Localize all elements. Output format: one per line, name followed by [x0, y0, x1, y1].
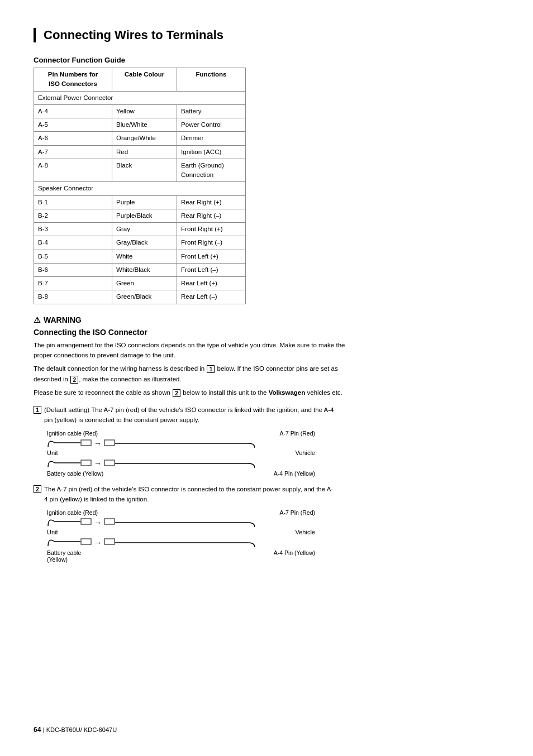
col-header-colour: Cable Colour: [112, 68, 177, 92]
cell-pin: A-5: [34, 118, 112, 132]
warning-para-0: The pin arrangement for the ISO connecto…: [34, 340, 346, 361]
cell-pin: B-5: [34, 250, 112, 263]
bottom-wire-2: →: [47, 537, 315, 548]
bottom-wire-1-right-conn: [103, 459, 115, 468]
table-row: A-7RedIgnition (ACC): [34, 145, 246, 159]
cell-function: Earth (Ground)Connection: [177, 159, 246, 182]
bottom-wire-2-rconn-svg: [103, 538, 115, 546]
bot-label-right-1: A-4 Pin (Yellow): [274, 470, 315, 477]
warning-para-1: The default connection for the wiring ha…: [34, 363, 346, 384]
cell-function: Rear Left (–): [177, 290, 246, 304]
wire-diagram-2: Ignition cable (Red)A-7 Pin (Red) → Unit…: [47, 509, 499, 563]
top-wire-2: →: [47, 517, 315, 528]
top-wire-1-right-conn: [103, 439, 115, 448]
cell-colour: Red: [112, 145, 177, 159]
bottom-wire-2-right-svg: [115, 537, 255, 548]
table-row: B-3GrayFront Right (+): [34, 223, 246, 236]
cell-pin: B-8: [34, 290, 112, 304]
table-row: B-1PurpleRear Right (+): [34, 195, 246, 209]
connector-guide-title: Connector Function Guide: [34, 56, 499, 64]
bot-labels-2: Battery cable(Yellow)A-4 Pin (Yellow): [47, 549, 315, 563]
page-number: 64: [34, 726, 41, 734]
top-wire-2-right-conn: [103, 518, 115, 527]
connector-table: Pin Numbers forISO Connectors Cable Colo…: [34, 68, 246, 304]
bottom-wire-1-left-conn: [80, 459, 93, 468]
wire-diagram-1: Ignition cable (Red)A-7 Pin (Red) → Unit…: [47, 430, 499, 477]
cell-function: Front Right (+): [177, 223, 246, 236]
cell-function: Dimmer: [177, 132, 246, 145]
group-label-speaker: Speaker Connector: [34, 182, 246, 195]
bot-labels-1: Battery cable (Yellow)A-4 Pin (Yellow): [47, 470, 315, 477]
top-wire-2-left-line: [47, 516, 80, 529]
cell-colour: White: [112, 250, 177, 263]
cell-colour: Orange/White: [112, 132, 177, 145]
top-wire-1-rconn-svg: [103, 439, 115, 447]
cell-function: Rear Left (+): [177, 277, 246, 290]
table-row: A-8BlackEarth (Ground)Connection: [34, 159, 246, 182]
svg-rect-1: [104, 440, 115, 446]
top-wire-1-left-conn: [80, 439, 93, 448]
diagrams-container: 1(Default setting) The A-7 pin (red) of …: [34, 405, 499, 562]
vehicle-label-2: Vehicle: [296, 529, 315, 535]
warning-section: ⚠ WARNING Connecting the ISO Connector T…: [34, 315, 499, 398]
bottom-wire-2-right-line: [115, 537, 315, 548]
svg-rect-3: [104, 460, 115, 466]
col-header-pin: Pin Numbers forISO Connectors: [34, 68, 112, 92]
diagram-num-1: 1: [34, 406, 41, 414]
cell-colour: Blue/White: [112, 118, 177, 132]
uv-row-2: UnitVehicle: [47, 529, 315, 535]
cell-pin: B-7: [34, 277, 112, 290]
svg-rect-4: [81, 519, 91, 524]
table-row: B-4Gray/BlackFront Right (–): [34, 236, 246, 250]
diagram-text-1: (Default setting) The A-7 pin (red) of t…: [44, 405, 335, 425]
svg-rect-0: [81, 440, 91, 446]
bottom-wire-1-lconn-svg: [80, 459, 93, 467]
top-wire-1-lconn-svg: [80, 439, 93, 447]
diagram-desc-row-1: 1(Default setting) The A-7 pin (red) of …: [34, 405, 499, 425]
warning-label: WARNING: [44, 315, 82, 324]
cell-colour: Gray: [112, 223, 177, 236]
bottom-wire-2-lconn-svg: [80, 538, 93, 546]
cell-function: Battery: [177, 104, 246, 118]
top-wire-1-right-line: [115, 438, 315, 449]
top-wire-1-left-svg: [47, 437, 80, 448]
svg-rect-7: [104, 539, 115, 544]
top-wire-1-right-svg: [115, 438, 255, 449]
bot-label-left-1: Battery cable (Yellow): [47, 470, 103, 477]
diagram-desc-row-2: 2The A-7 pin (red) of the vehicle's ISO …: [34, 485, 499, 505]
bottom-wire-1-right-line: [115, 458, 315, 469]
cell-pin: A-7: [34, 145, 112, 159]
table-row: B-2Purple/BlackRear Right (–): [34, 209, 246, 222]
cell-colour: Green/Black: [112, 290, 177, 304]
iso-connector-title: Connecting the ISO Connector: [34, 328, 499, 337]
table-row: A-5Blue/WhitePower Control: [34, 118, 246, 132]
table-row: B-8Green/BlackRear Left (–): [34, 290, 246, 304]
cell-colour: Green: [112, 277, 177, 290]
warning-paragraphs: The pin arrangement for the ISO connecto…: [34, 340, 499, 398]
top-label-right-2: A-7 Pin (Red): [279, 509, 315, 516]
top-wire-2-right-line: [115, 517, 315, 528]
cell-colour: Purple: [112, 195, 177, 209]
svg-rect-2: [81, 460, 91, 466]
cell-function: Ignition (ACC): [177, 145, 246, 159]
bottom-wire-1-left-line: [47, 457, 80, 470]
col-header-function: Functions: [177, 68, 246, 92]
cell-function: Power Control: [177, 118, 246, 132]
cell-pin: A-8: [34, 159, 112, 182]
cell-colour: Yellow: [112, 104, 177, 118]
top-label-left-2: Ignition cable (Red): [47, 509, 98, 516]
cell-function: Rear Right (+): [177, 195, 246, 209]
table-group-external-power: External Power Connector: [34, 91, 246, 104]
top-labels-2: Ignition cable (Red)A-7 Pin (Red): [47, 509, 315, 516]
bottom-wire-2-left-conn: [80, 538, 93, 547]
table-row: B-6White/BlackFront Left (–): [34, 263, 246, 276]
top-wire-2-rconn-svg: [103, 518, 115, 525]
cell-pin: A-6: [34, 132, 112, 145]
page-title: Connecting Wires to Terminals: [34, 28, 499, 42]
bot-label-right-2: A-4 Pin (Yellow): [274, 549, 315, 563]
bottom-wire-1-rconn-svg: [103, 459, 115, 467]
table-group-speaker: Speaker Connector: [34, 182, 246, 195]
bottom-wire-2-right-conn: [103, 538, 115, 547]
page-footer: 64 | KDC-BT60U/ KDC-6047U: [34, 726, 117, 734]
bottom-wire-1-left-svg: [47, 457, 80, 468]
